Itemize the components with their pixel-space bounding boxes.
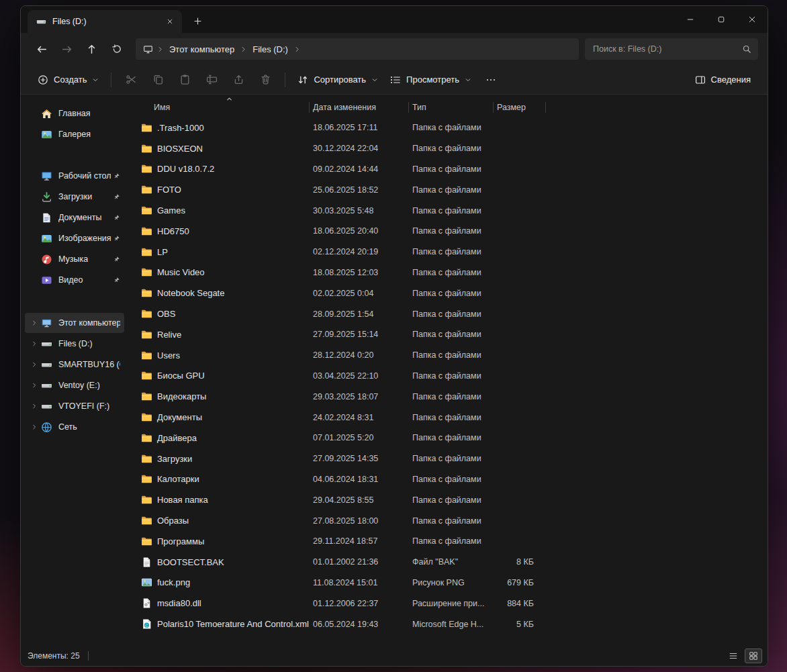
file-name: Загрузки xyxy=(157,454,192,464)
items-count: Элементы: 25 xyxy=(28,651,80,661)
file-row[interactable]: Music Video 18.08.2025 12:03 Папка с фай… xyxy=(127,262,768,283)
file-row[interactable]: FOTO 25.06.2025 18:52 Папка с файлами xyxy=(127,179,768,200)
separator xyxy=(111,73,111,87)
search-icon[interactable] xyxy=(742,44,751,54)
file-row[interactable]: Новая папка 29.04.2025 8:55 Папка с файл… xyxy=(127,489,768,510)
sidebar-item-gallery[interactable]: Галерея xyxy=(25,124,124,144)
file-row[interactable]: Программы 29.11.2024 18:57 Папка с файла… xyxy=(127,531,768,552)
this-pc-icon xyxy=(41,318,52,329)
file-row[interactable]: BOOTSECT.BAK 01.01.2002 21:36 Файл "BAK"… xyxy=(127,552,768,573)
file-row[interactable]: Документы 24.02.2024 8:31 Папка с файлам… xyxy=(127,407,768,428)
large-icons-view-button[interactable] xyxy=(745,649,762,663)
view-button[interactable]: Просмотреть xyxy=(384,70,477,90)
file-type: Рисунок PNG xyxy=(410,578,495,587)
sidebar-item-network[interactable]: Сеть xyxy=(25,417,124,437)
chevron-right-icon[interactable] xyxy=(28,340,41,347)
file-row[interactable]: fuck.png 11.08.2024 15:01 Рисунок PNG 67… xyxy=(127,573,768,593)
chevron-right-icon[interactable] xyxy=(28,424,41,430)
rename-button[interactable] xyxy=(198,68,225,91)
file-row[interactable]: Notebook Segate 02.02.2025 0:04 Папка с … xyxy=(127,283,768,303)
more-options-button[interactable] xyxy=(477,68,504,91)
pictures-icon xyxy=(41,233,52,244)
file-type: Папка с файлами xyxy=(410,371,495,381)
file-row[interactable]: Драйвера 07.01.2025 5:20 Папка с файлами xyxy=(127,428,768,448)
file-row[interactable]: Образы 27.08.2025 18:00 Папка с файлами xyxy=(127,510,768,531)
paste-button[interactable] xyxy=(171,68,198,91)
tab-close-icon[interactable] xyxy=(162,13,178,30)
breadcrumb-current[interactable]: Files (D:) xyxy=(248,42,293,57)
file-row[interactable]: msdia80.dll 01.12.2006 22:37 Расширение … xyxy=(127,593,768,614)
new-tab-button[interactable] xyxy=(187,11,207,31)
file-type: Расширение при... xyxy=(410,599,495,608)
sidebar-item-label: Музыка xyxy=(58,254,88,264)
cut-button[interactable] xyxy=(118,68,144,91)
breadcrumb[interactable]: Этот компьютер Files (D:) xyxy=(136,38,579,60)
file-row[interactable]: BIOSXEON 30.12.2024 22:04 Папка с файлам… xyxy=(127,138,768,159)
share-button[interactable] xyxy=(225,68,252,91)
file-type: Папка с файлами xyxy=(410,454,495,463)
sidebar-item-pictures[interactable]: Изображения xyxy=(25,228,124,248)
file-row[interactable]: .Trash-1000 18.06.2025 17:11 Папка с фай… xyxy=(127,117,768,138)
sidebar-item-vtoyefi-f[interactable]: VTOYEFI (F:) xyxy=(25,396,124,416)
separator xyxy=(285,73,285,87)
chevron-right-icon[interactable] xyxy=(28,320,41,326)
up-button[interactable] xyxy=(80,38,103,60)
file-row[interactable]: Polaris10 Temoerature And Control.xml 06… xyxy=(127,614,768,634)
chevron-right-icon[interactable] xyxy=(28,361,41,368)
file-name: Драйвера xyxy=(157,433,197,443)
file-row[interactable]: OBS 28.09.2025 1:54 Папка с файлами xyxy=(127,303,768,324)
delete-button[interactable] xyxy=(252,68,279,91)
file-row[interactable]: Видеокарты 29.03.2025 18:07 Папка с файл… xyxy=(127,386,768,407)
file-type: Папка с файлами xyxy=(410,350,495,360)
sidebar-item-videos[interactable]: Видео xyxy=(25,270,124,290)
forward-button[interactable] xyxy=(55,38,79,60)
column-header-type[interactable]: Тип xyxy=(410,97,495,117)
tab-files-d[interactable]: Files (D:) xyxy=(28,10,182,33)
file-row[interactable]: Relive 27.09.2025 15:14 Папка с файлами xyxy=(127,324,768,345)
breadcrumb-this-pc[interactable]: Этот компьютер xyxy=(165,42,239,57)
back-button[interactable] xyxy=(30,38,54,60)
sidebar-item-desktop[interactable]: Рабочий стол xyxy=(25,166,124,186)
close-button[interactable] xyxy=(737,6,768,33)
file-row[interactable]: Загрузки 27.09.2025 14:35 Папка с файлам… xyxy=(127,448,768,469)
file-name: Новая папка xyxy=(157,495,208,505)
file-row[interactable]: HD6750 18.06.2025 20:40 Папка с файлами xyxy=(127,221,768,242)
maximize-button[interactable] xyxy=(706,6,737,33)
sidebar-item-home[interactable]: Главная xyxy=(25,103,124,124)
column-header-date[interactable]: Дата изменения xyxy=(311,97,410,117)
folder-icon xyxy=(141,287,152,299)
file-row[interactable]: Калотарки 04.06.2024 18:31 Папка с файла… xyxy=(127,469,768,490)
column-header-name[interactable]: Имя xyxy=(141,97,311,117)
sidebar-item-downloads[interactable]: Загрузки xyxy=(25,187,124,207)
copy-button[interactable] xyxy=(144,68,171,91)
search-input[interactable] xyxy=(593,44,742,54)
create-button[interactable]: Создать xyxy=(32,70,105,90)
chevron-right-icon[interactable] xyxy=(28,382,41,389)
file-date: 01.12.2006 22:37 xyxy=(311,599,410,608)
sidebar-item-files-d[interactable]: Files (D:) xyxy=(25,334,124,354)
search-box[interactable] xyxy=(585,38,758,60)
sidebar-item-smartbuy16-g[interactable]: SMARTBUY16 (G:) xyxy=(25,354,124,375)
refresh-button[interactable] xyxy=(105,38,128,60)
drive-icon xyxy=(36,17,46,27)
file-row[interactable]: Users 28.12.2024 0:20 Папка с файлами xyxy=(127,345,768,366)
documents-icon xyxy=(41,212,52,224)
file-row[interactable]: DDU v18.0.7.2 09.02.2024 14:44 Папка с ф… xyxy=(127,159,768,180)
file-date: 27.09.2025 14:35 xyxy=(311,454,410,463)
file-row[interactable]: Games 30.03.2025 5:48 Папка с файлами xyxy=(127,200,768,221)
column-header-size[interactable]: Размер xyxy=(495,97,547,117)
chevron-right-icon[interactable] xyxy=(28,403,41,410)
sidebar-item-documents[interactable]: Документы xyxy=(25,207,124,228)
minimize-button[interactable] xyxy=(675,6,706,33)
sidebar-item-music[interactable]: Музыка xyxy=(25,249,124,269)
sort-button[interactable]: Сортировать xyxy=(291,70,384,90)
file-row[interactable]: Биосы GPU 03.04.2025 22:10 Папка с файла… xyxy=(127,366,768,387)
file-type: Папка с файлами xyxy=(410,206,495,215)
details-view-button[interactable] xyxy=(725,649,742,663)
sidebar-item-this-pc[interactable]: Этот компьютер xyxy=(25,313,124,333)
sidebar-item-ventoy-e[interactable]: Ventoy (E:) xyxy=(25,375,124,395)
dll-icon xyxy=(141,597,152,609)
titlebar[interactable]: Files (D:) xyxy=(21,6,768,33)
file-row[interactable]: LP 02.12.2024 20:19 Папка с файлами xyxy=(127,242,768,262)
details-pane-button[interactable]: Сведения xyxy=(689,70,757,90)
